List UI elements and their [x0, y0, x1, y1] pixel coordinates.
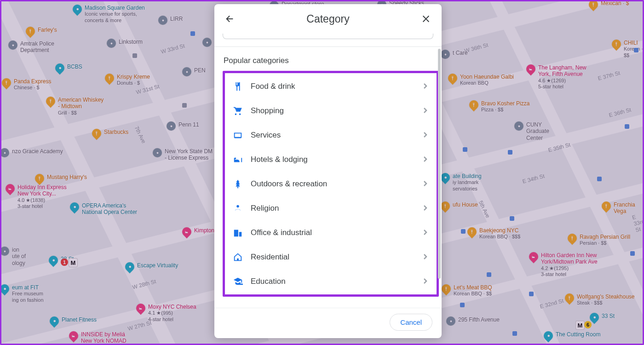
- category-label: Services: [246, 131, 423, 140]
- map-pin-icon: [68, 201, 81, 213]
- map-poi[interactable]: ate Buildingiy landmarkservatories: [441, 173, 482, 192]
- map-poi[interactable]: Amtrak PoliceDepartment: [8, 40, 54, 54]
- poi-title: Moxy NYC Chelsea: [148, 304, 196, 310]
- map-poi[interactable]: PEN: [182, 67, 206, 76]
- app-root: W 33rd StW 31st St7th AveW 28th StW 27th…: [0, 0, 644, 345]
- map-poi[interactable]: Krispy KremeDonuts · $: [105, 74, 150, 86]
- map-pin-icon: [47, 254, 60, 267]
- map-poi[interactable]: Ravagh Persian GrillPersian · $$: [568, 234, 630, 247]
- map-poi[interactable]: Franchia Vega: [602, 201, 644, 215]
- map-poi[interactable]: Moxy NYC Chelsea4.1 ★(995)4-star hotel: [136, 304, 196, 322]
- map-poi[interactable]: Wolfgang's SteakhouseSteak · $$$: [565, 293, 634, 306]
- svg-point-3: [3, 151, 6, 154]
- map-poi[interactable]: Madison Square GardenIconic venue for sp…: [73, 5, 145, 23]
- svg-point-4: [156, 151, 158, 154]
- map-poi[interactable]: Escape Virtuality: [125, 262, 178, 271]
- map-pin-icon: [4, 182, 17, 195]
- category-row[interactable]: Shopping: [225, 98, 437, 123]
- map-poi[interactable]: Mustang Harry's: [35, 174, 87, 183]
- map-poi[interactable]: INNSiDE by MeliáNew York NOMAD: [69, 331, 126, 345]
- poi-title: Planet Fitness: [62, 316, 97, 323]
- metro-icon: M: [69, 259, 77, 267]
- poi-title: Mustang Harry's: [47, 174, 87, 180]
- map-pin-icon: [514, 121, 523, 131]
- poi-title: Madison Square Garden: [85, 5, 145, 11]
- map-poi[interactable]: BCBS: [55, 63, 82, 73]
- map-poi[interactable]: 33 St: [590, 313, 615, 322]
- category-row[interactable]: Outdoors & recreation: [225, 172, 437, 196]
- cancel-button[interactable]: Cancel: [390, 314, 432, 331]
- map-poi[interactable]: t Care: [441, 50, 468, 59]
- map-poi[interactable]: ufu House: [441, 201, 478, 211]
- map-pin-icon: [71, 3, 84, 16]
- poi-title: Linkstorm: [119, 39, 143, 45]
- map-poi[interactable]: CUNYGraduateCenter: [514, 121, 549, 141]
- map-poi[interactable]: New York State DM- License Express: [153, 148, 213, 161]
- map-poi[interactable]: OPERA America'sNational Opera Center: [70, 202, 137, 216]
- category-icon: [230, 203, 246, 213]
- map-poi[interactable]: 295 Fifth Avenue: [446, 316, 500, 326]
- map-pin-icon: [103, 72, 116, 85]
- poi-title: eum at FIT: [12, 284, 44, 291]
- category-row[interactable]: Religion: [225, 196, 437, 220]
- svg-point-0: [76, 8, 79, 11]
- map-poi[interactable]: Farley's: [26, 27, 57, 36]
- map-poi[interactable]: Bravo Kosher PizzaPizza · $$: [469, 100, 529, 113]
- map-poi[interactable]: Let's Meat BBQKorean BBQ · $$: [442, 284, 492, 297]
- category-row[interactable]: Food & drink: [225, 74, 437, 98]
- category-icon: [230, 130, 246, 140]
- map-poi[interactable]: Hilton Garden Inn NewYork/Midtown Park A…: [529, 252, 598, 277]
- category-row[interactable]: Services: [225, 123, 437, 147]
- back-button[interactable]: [224, 12, 236, 25]
- map-poi[interactable]: The Langham, NewYork, Fifth Avenue4.6 ★(…: [526, 64, 586, 90]
- map-poi[interactable]: Panda ExpressChinese · $: [2, 78, 51, 91]
- map-poi[interactable]: Baekjeong NYCKorean BBQ · $$$: [467, 227, 520, 240]
- svg-point-11: [110, 42, 112, 44]
- map-poi[interactable]: Planet Fitness: [50, 316, 97, 326]
- poi-title: Wolfgang's Steakhouse: [577, 293, 634, 300]
- map-poi[interactable]: eum at FITFree museuming on fashion: [0, 284, 44, 303]
- svg-point-18: [518, 125, 520, 127]
- map-pin-icon: [0, 76, 13, 89]
- close-button[interactable]: [420, 12, 432, 25]
- map-poi[interactable]: Linkstorm: [107, 39, 143, 48]
- map-poi[interactable]: Holiday Inn ExpressNew York City...4.0 ★…: [6, 184, 67, 209]
- poi-title: ufu House: [453, 201, 478, 208]
- poi-title: Bravo Kosher Pizza: [481, 100, 529, 107]
- modal-footer: Cancel: [214, 308, 442, 338]
- map-poi[interactable]: nzo Gracie Academy: [0, 148, 63, 157]
- category-row[interactable]: Office & industrial: [225, 220, 437, 245]
- svg-point-9: [53, 320, 56, 322]
- map-poi[interactable]: Yoon Haeundae GalbiKorean BBQ: [448, 74, 514, 86]
- map-poi[interactable]: The Cutting Room: [544, 331, 600, 340]
- map-pin-icon: [441, 50, 450, 59]
- map-pin-icon: [90, 127, 103, 140]
- category-row[interactable]: Education: [225, 269, 437, 293]
- map-pin-icon: [33, 172, 46, 185]
- map-poi[interactable]: Penn 11: [167, 121, 199, 131]
- map-pin-icon: [180, 225, 193, 238]
- svg-point-21: [593, 316, 596, 319]
- poi-title: Kimpton: [194, 227, 214, 234]
- map-pin-icon: [587, 0, 600, 11]
- search-input[interactable]: [223, 34, 433, 39]
- map-poi[interactable]: American Whiskey- MidtownGrill · $$: [46, 97, 104, 116]
- chevron-right-icon: [423, 180, 428, 188]
- map-poi[interactable]: Kimpton: [182, 227, 214, 236]
- map-pin-icon: [67, 329, 80, 342]
- street-label: E 33rd St: [632, 212, 644, 233]
- map-poi[interactable]: ionute ofology: [0, 247, 26, 266]
- map-poi[interactable]: Starbucks: [92, 129, 128, 138]
- scrollbar[interactable]: [438, 49, 441, 279]
- map-poi[interactable]: CHILIKorean · $$: [612, 40, 644, 58]
- map-poi[interactable]: LIRR: [158, 16, 183, 25]
- svg-point-14: [52, 259, 55, 262]
- map-poi[interactable]: Mexican · $: [589, 0, 629, 9]
- map-pin-icon: [48, 315, 61, 328]
- category-label: Outdoors & recreation: [246, 179, 423, 189]
- category-row[interactable]: Hotels & lodging: [225, 147, 437, 172]
- poi-title: nzo Gracie Academy: [12, 148, 63, 155]
- street-label: W 33rd St: [160, 42, 185, 55]
- category-row[interactable]: Residential: [225, 245, 437, 269]
- map-pin-icon: [600, 200, 613, 213]
